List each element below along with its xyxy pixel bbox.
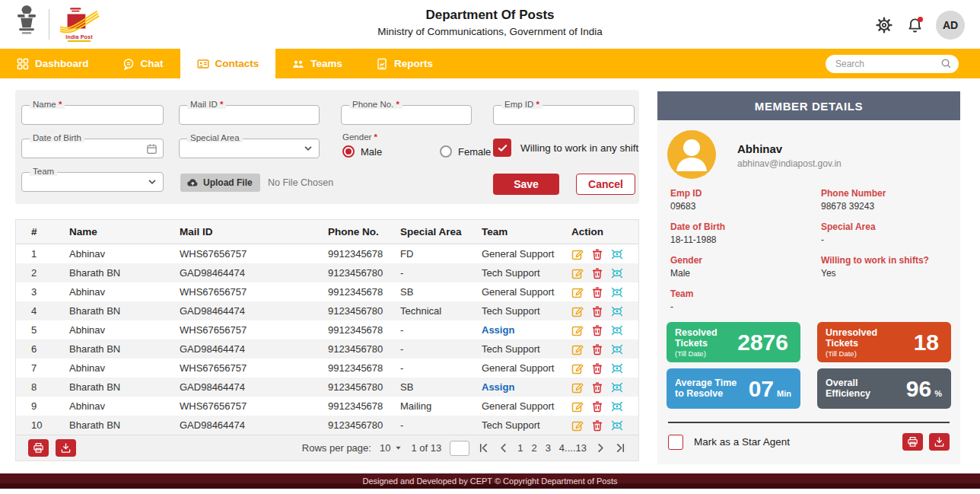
table-row[interactable]: 10 Bharath BN GAD98464474 9123456780 - T… bbox=[16, 416, 638, 435]
upload-file-button[interactable]: Upload File bbox=[180, 174, 260, 192]
delete-trash-icon[interactable] bbox=[591, 286, 603, 298]
table-row[interactable]: 4 Bharath BN GAD98464474 9123456780 Tech… bbox=[16, 301, 638, 320]
detail-gender: GenderMale bbox=[670, 255, 821, 279]
delete-trash-icon[interactable] bbox=[591, 267, 603, 279]
detail-emp-id: Emp ID09683 bbox=[670, 188, 821, 212]
page-number-3[interactable]: 3 bbox=[546, 442, 551, 454]
unmonitor-eye-icon[interactable] bbox=[611, 248, 623, 260]
edit-icon[interactable] bbox=[571, 324, 584, 336]
col-mail-id: Mail ID bbox=[180, 226, 328, 237]
chevron-down-icon bbox=[303, 143, 313, 157]
member-details-title: MEMBER DETAILS bbox=[657, 91, 960, 120]
table-row[interactable]: 8 Bharath BN GAD98464474 9123456780 SB A… bbox=[16, 378, 638, 397]
mail-id-field[interactable]: Mail ID * bbox=[179, 105, 320, 125]
print-button[interactable] bbox=[28, 439, 49, 457]
table-row[interactable]: 9 Abhinav WHS67656757 9912345678 Mailing… bbox=[16, 397, 638, 416]
delete-trash-icon[interactable] bbox=[591, 324, 603, 336]
delete-trash-icon[interactable] bbox=[591, 248, 603, 260]
delete-trash-icon[interactable] bbox=[591, 381, 603, 394]
edit-icon[interactable] bbox=[571, 343, 584, 355]
page-number-2[interactable]: 2 bbox=[531, 442, 536, 454]
rows-per-page-select[interactable]: 10 bbox=[380, 442, 402, 454]
member-print-button[interactable] bbox=[902, 433, 923, 451]
stat-overall-efficiency: Overall Efficiency 96% bbox=[817, 368, 951, 409]
emp-id-field[interactable]: Emp ID * bbox=[493, 105, 635, 125]
next-page-icon[interactable] bbox=[595, 442, 606, 454]
male-radio[interactable] bbox=[342, 145, 355, 158]
nav-item-dashboard[interactable]: Dashboard bbox=[0, 49, 106, 78]
edit-icon[interactable] bbox=[571, 248, 584, 260]
gender-label: Gender bbox=[342, 132, 371, 142]
member-download-button[interactable] bbox=[929, 433, 950, 451]
page-number-1[interactable]: 1 bbox=[517, 442, 523, 454]
unmonitor-eye-icon[interactable] bbox=[611, 381, 623, 394]
shift-checkbox[interactable] bbox=[493, 139, 511, 157]
unmonitor-eye-icon[interactable] bbox=[611, 362, 623, 374]
star-agent-checkbox[interactable] bbox=[668, 435, 683, 450]
edit-icon[interactable] bbox=[571, 400, 584, 413]
unmonitor-eye-icon[interactable] bbox=[611, 305, 623, 317]
team-select[interactable]: Team bbox=[21, 172, 164, 192]
unmonitor-eye-icon[interactable] bbox=[611, 400, 623, 413]
edit-icon[interactable] bbox=[571, 305, 584, 317]
cell-special-area: - bbox=[400, 343, 482, 355]
india-post-tagline bbox=[68, 40, 91, 42]
phone-field[interactable]: Phone No. * bbox=[341, 105, 472, 125]
delete-trash-icon[interactable] bbox=[591, 305, 603, 317]
nav-item-teams[interactable]: Teams bbox=[275, 49, 359, 78]
contacts-table: # Name Mail ID Phone No. Special Area Te… bbox=[15, 219, 639, 461]
prev-page-icon[interactable] bbox=[498, 442, 509, 454]
chat-icon bbox=[123, 58, 135, 70]
cell-team: Tech Support bbox=[482, 267, 571, 279]
notifications-bell-icon[interactable] bbox=[905, 16, 924, 34]
edit-icon[interactable] bbox=[571, 419, 584, 432]
delete-trash-icon[interactable] bbox=[591, 362, 603, 374]
delete-trash-icon[interactable] bbox=[591, 419, 603, 432]
table-row[interactable]: 2 Bharath BN GAD98464474 9123456780 - Te… bbox=[16, 263, 638, 282]
unmonitor-eye-icon[interactable] bbox=[611, 267, 623, 279]
settings-gear-icon[interactable] bbox=[875, 16, 893, 34]
page-number-4-to-13[interactable]: 4....13 bbox=[559, 442, 587, 454]
unmonitor-eye-icon[interactable] bbox=[611, 419, 623, 432]
edit-icon[interactable] bbox=[571, 267, 584, 279]
delete-trash-icon[interactable] bbox=[591, 400, 603, 413]
edit-icon[interactable] bbox=[571, 381, 584, 394]
assign-team-link[interactable]: Assign bbox=[482, 324, 571, 336]
stat-resolved-tickets: Resolved Tickets(Till Date) 2876 bbox=[667, 322, 800, 362]
table-row[interactable]: 1 Abhinav WHS67656757 9912345678 FD Gene… bbox=[16, 244, 638, 263]
date-of-birth-field[interactable]: Date of Birth bbox=[21, 139, 164, 158]
cell-phone: 9123456780 bbox=[328, 419, 400, 431]
table-row[interactable]: 5 Abhinav WHS67656757 9912345678 - Assig… bbox=[16, 320, 638, 339]
gender-radio-group: Male Female bbox=[342, 145, 382, 158]
first-page-icon[interactable] bbox=[478, 442, 489, 454]
edit-icon[interactable] bbox=[571, 362, 584, 374]
download-button[interactable] bbox=[56, 439, 76, 457]
last-page-icon[interactable] bbox=[615, 442, 626, 454]
unmonitor-eye-icon[interactable] bbox=[611, 324, 623, 336]
special-area-select[interactable]: Special Area bbox=[179, 139, 320, 158]
female-radio[interactable] bbox=[440, 145, 452, 158]
stat-average-time: Average Time to Resolve 07Min bbox=[667, 368, 800, 409]
unmonitor-eye-icon[interactable] bbox=[611, 286, 623, 298]
table-row[interactable]: 6 Bharath BN GAD98464474 9123456780 - Te… bbox=[16, 339, 638, 359]
avatar[interactable]: AD bbox=[936, 11, 965, 40]
name-field[interactable]: Name * bbox=[21, 105, 164, 125]
calendar-icon[interactable] bbox=[146, 143, 158, 158]
nav-item-chat[interactable]: Chat bbox=[106, 49, 180, 78]
nav-item-reports[interactable]: Reports bbox=[359, 49, 450, 78]
delete-trash-icon[interactable] bbox=[591, 343, 603, 355]
header-actions: AD bbox=[875, 11, 965, 40]
download-icon bbox=[934, 436, 945, 448]
cell-actions bbox=[571, 362, 638, 374]
unmonitor-eye-icon[interactable] bbox=[611, 343, 623, 355]
go-to-page-input[interactable] bbox=[450, 441, 469, 456]
table-row[interactable]: 3 Abhinav WHS67656757 9912345678 SB Gene… bbox=[16, 282, 638, 301]
nav-item-contacts[interactable]: Contacts bbox=[180, 49, 276, 78]
save-button[interactable]: Save bbox=[493, 174, 559, 195]
search-input[interactable] bbox=[826, 55, 959, 73]
assign-team-link[interactable]: Assign bbox=[482, 381, 571, 393]
cancel-button[interactable]: Cancel bbox=[576, 174, 635, 195]
table-row[interactable]: 7 Abhinav WHS67656757 9912345678 - Gener… bbox=[16, 359, 638, 378]
app-window: India Post Department Of Posts Ministry … bbox=[0, 0, 980, 494]
edit-icon[interactable] bbox=[571, 286, 584, 298]
